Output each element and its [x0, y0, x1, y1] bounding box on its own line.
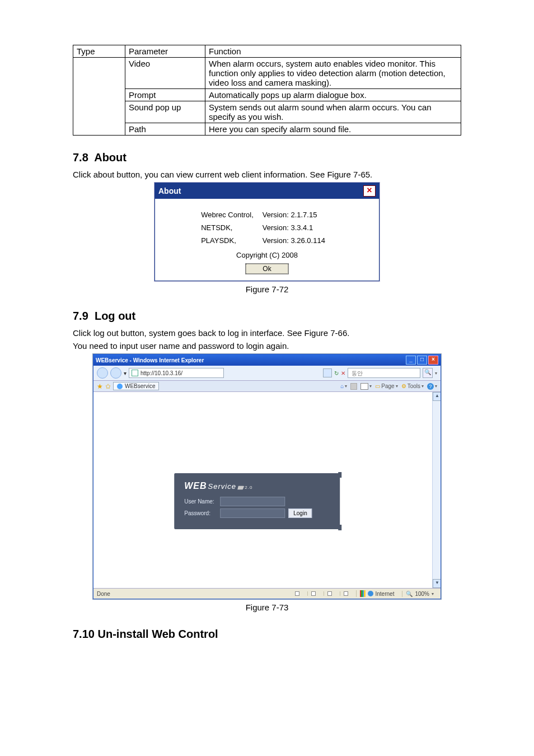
section-logout-p2: You need to input user name and password… — [73, 341, 461, 351]
window-title: WEBservice - Windows Internet Explorer — [96, 357, 204, 363]
about-row-value: Version: 3.26.0.114 — [263, 235, 333, 246]
scroll-down-icon[interactable]: ▼ — [433, 579, 441, 588]
tab-label: WEBservice — [125, 383, 155, 389]
col-function-header: Function — [205, 45, 461, 58]
parameter-cell: Video — [125, 58, 205, 89]
about-row-key: NETSDK, — [201, 222, 261, 234]
search-engine-dropdown[interactable] — [323, 368, 332, 377]
figure-caption: Figure 7-72 — [73, 284, 461, 294]
home-button-icon[interactable]: ⌂▾ — [340, 383, 347, 389]
parameter-cell: Prompt — [125, 89, 205, 101]
scroll-up-icon[interactable]: ▲ — [433, 392, 441, 401]
tools-menu[interactable]: ⚙Tools▾ — [401, 383, 424, 389]
add-favorites-icon[interactable]: ✩ — [105, 382, 111, 390]
about-dialog: About × Webrec Control, Version: 2.1.7.1… — [154, 183, 380, 281]
zoom-control[interactable]: 🔍 100% ▾ — [402, 591, 437, 597]
close-icon[interactable]: × — [428, 356, 438, 365]
globe-icon — [368, 591, 373, 596]
section-logout-heading: 7.9 Log out — [73, 310, 461, 323]
table-header-row: Type Parameter Function — [73, 45, 461, 58]
table-row: Prompt Automatically pops up alarm dialo… — [73, 89, 461, 101]
security-zone[interactable]: Internet — [356, 590, 398, 597]
search-input[interactable] — [350, 370, 418, 377]
forward-button-icon[interactable] — [110, 367, 121, 379]
about-row-value: Version: 2.1.7.15 — [263, 209, 333, 221]
section-about-heading: 7.8 About — [73, 151, 461, 164]
page-icon — [132, 370, 138, 376]
login-panel: WEBService▮▮▮V2.0 User Name: Password: L… — [174, 473, 340, 529]
stop-icon[interactable]: ✕ — [341, 370, 345, 376]
status-tick-icon — [295, 591, 299, 596]
col-type-header: Type — [73, 45, 125, 58]
vertical-scrollbar[interactable]: ▲ ▼ — [432, 392, 441, 588]
function-cell: Here you can specify alarm sound file. — [205, 123, 461, 136]
section-uninstall-heading: 7.10 Un-install Web Control — [73, 628, 461, 641]
status-tick-icon — [327, 591, 332, 596]
web-service-logo: WEBService▮▮▮V2.0 — [184, 481, 330, 491]
status-tick-icon — [344, 591, 348, 596]
shield-icon — [360, 590, 366, 597]
help-button-icon[interactable]: ?▾ — [427, 383, 437, 390]
section-logout-p1: Click log out button, system goes back t… — [73, 328, 461, 338]
password-input[interactable] — [220, 508, 285, 518]
zone-label: Internet — [376, 591, 395, 597]
ok-button[interactable]: Ok — [246, 264, 288, 274]
about-row-key: Webrec Control, — [201, 209, 261, 221]
user-name-input[interactable] — [220, 497, 285, 506]
password-label: Password: — [184, 510, 217, 516]
search-go-icon[interactable]: 🔍 — [423, 368, 433, 378]
function-cell: System sends out alarm sound when alarm … — [205, 101, 461, 123]
browser-window: WEBservice - Windows Internet Explorer _… — [93, 354, 441, 599]
parameter-function-table: Type Parameter Function Video When alarm… — [73, 45, 461, 136]
section-about-intro: Click about button, you can view current… — [73, 170, 461, 179]
address-bar[interactable]: http://10.10.3.16/ — [129, 368, 224, 378]
parameter-cell: Path — [125, 123, 205, 136]
refresh-icon[interactable]: ↻ — [334, 370, 339, 376]
status-tick-icon — [311, 591, 316, 596]
table-row: Sound pop up System sends out alarm soun… — [73, 101, 461, 123]
favorites-star-icon[interactable]: ★ — [97, 382, 103, 390]
feeds-button-icon[interactable] — [350, 383, 357, 390]
zoom-value: 100% — [415, 591, 429, 597]
table-row: Video When alarm occurs, system auto ena… — [73, 58, 461, 89]
print-button-icon[interactable]: ▾ — [360, 383, 372, 390]
back-button-icon[interactable] — [97, 367, 108, 379]
about-dialog-title: About — [158, 186, 181, 195]
close-icon[interactable]: × — [363, 185, 376, 197]
about-row-key: PLAYSDK, — [201, 235, 261, 246]
about-row-value: Version: 3.3.4.1 — [263, 222, 333, 234]
zoom-icon: 🔍 — [406, 591, 413, 597]
type-cell — [73, 58, 125, 136]
maximize-icon[interactable]: □ — [417, 356, 427, 365]
ie-icon — [117, 384, 123, 389]
parameter-cell: Sound pop up — [125, 101, 205, 123]
about-copyright: Copyright (C) 2008 — [155, 251, 379, 259]
page-menu[interactable]: ▭Page▾ — [375, 383, 397, 389]
function-cell: When alarm occurs, system auto enables v… — [205, 58, 461, 89]
login-button[interactable]: Login — [288, 508, 312, 518]
browser-viewport: WEBService▮▮▮V2.0 User Name: Password: L… — [93, 392, 441, 588]
figure-caption: Figure 7-73 — [73, 603, 461, 612]
user-name-label: User Name: — [184, 498, 217, 505]
about-version-table: Webrec Control, Version: 2.1.7.15 NETSDK… — [200, 208, 334, 248]
address-text: http://10.10.3.16/ — [140, 370, 182, 376]
minimize-icon[interactable]: _ — [406, 356, 416, 365]
table-row: Path Here you can specify alarm sound fi… — [73, 123, 461, 136]
function-cell: Automatically pops up alarm dialogue box… — [205, 89, 461, 101]
status-text: Done — [97, 591, 292, 597]
browser-tab[interactable]: WEBservice — [113, 382, 159, 390]
col-parameter-header: Parameter — [125, 45, 205, 58]
